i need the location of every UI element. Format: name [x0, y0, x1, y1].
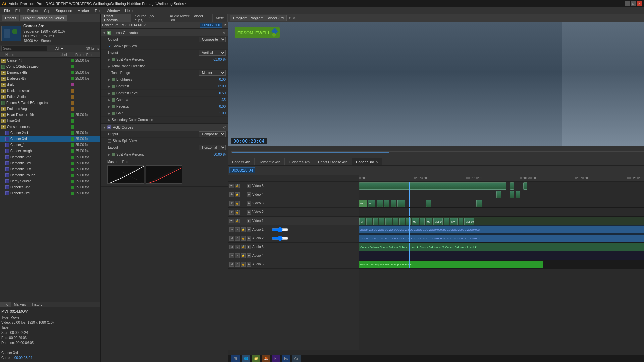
audio1-volume[interactable] — [272, 228, 288, 231]
clip-v3-6[interactable] — [397, 200, 405, 207]
contrast-level-value[interactable]: 0.50 — [212, 91, 226, 95]
clip-v3-2[interactable]: M — [368, 200, 375, 207]
curves-split-checkbox[interactable] — [108, 139, 111, 143]
list-item[interactable]: Diabetes 3rd 25.00 fps — [0, 190, 100, 196]
clip-v4-2[interactable] — [510, 191, 514, 198]
list-item[interactable]: Cancer_1st 25.00 fps — [0, 142, 100, 148]
clip-v1-4[interactable] — [379, 218, 384, 225]
clip-v5-1[interactable] — [359, 182, 506, 190]
track-lock-icon[interactable]: 🔒 — [241, 262, 246, 267]
tab-close-icon[interactable]: ✕ — [375, 160, 378, 164]
track-expand-icon[interactable]: ▶ — [247, 227, 251, 232]
list-item-derby-square[interactable]: Derby Square 25.00 fps — [0, 178, 100, 184]
track-lock-icon[interactable]: 🔒 — [241, 227, 246, 232]
mete-tab[interactable]: Mete — [213, 14, 228, 22]
menu-file[interactable]: File — [1, 8, 13, 13]
track-eye-icon[interactable]: 👁 — [229, 192, 234, 197]
timeline-scrubber[interactable] — [231, 151, 644, 153]
show-split-checkbox[interactable]: ✓ — [108, 45, 111, 48]
list-item[interactable]: ▶ lower3rd — [0, 118, 100, 124]
clip-v1-11[interactable]: MVI — [426, 218, 432, 225]
clip-v1-8[interactable] — [406, 218, 411, 225]
track-expand-icon[interactable]: ▶ — [247, 210, 251, 215]
track-solo-icon[interactable]: S — [235, 245, 240, 249]
menu-sequence[interactable]: Sequence — [53, 8, 75, 13]
track-expand-icon[interactable]: ▶ — [247, 253, 251, 258]
list-item[interactable]: ▶ Drink and smoke — [0, 88, 100, 94]
clip-v1-7[interactable] — [399, 218, 405, 225]
markers-tab[interactable]: Markers — [11, 302, 29, 307]
clip-v1-13[interactable] — [444, 218, 449, 225]
clip-v4-3[interactable] — [516, 191, 520, 198]
track-expand-icon[interactable]: ▶ — [247, 236, 251, 241]
list-item[interactable]: Epsom & Ewell BC Logo tra — [0, 100, 100, 106]
timeline-tab-cancer3rd[interactable]: Cancer 3rd ✕ — [352, 158, 382, 165]
list-item-heart-disease[interactable]: ▶ Heart Disease 4th 25.00 fps — [0, 112, 100, 118]
minimize-button[interactable]: ─ — [625, 1, 630, 6]
photoshop-icon[interactable]: Ps — [282, 355, 290, 362]
track-lock-icon[interactable]: 🔒 — [235, 210, 240, 215]
maximize-button[interactable]: □ — [631, 1, 636, 6]
list-item[interactable]: Cancer 2nd 25.00 fps — [0, 130, 100, 136]
track-lock-icon[interactable]: 🔒 — [235, 201, 240, 206]
tonal-range-select[interactable]: Master — [199, 70, 226, 76]
gamma-value[interactable]: 1.35 — [212, 98, 226, 102]
menu-title[interactable]: Title — [92, 8, 104, 13]
menu-edit[interactable]: Edit — [13, 8, 24, 13]
curves-output-select[interactable]: Composite — [199, 131, 226, 137]
luma-corrector-header[interactable]: ▼ fx Luma Corrector ↺ — [101, 29, 228, 36]
list-item-old-sequences[interactable]: ▼ Old sequences — [0, 124, 100, 130]
list-item[interactable]: Dementia 3rd 25.00 fps — [0, 160, 100, 166]
clip-v1-3[interactable] — [373, 218, 378, 225]
track-lock-icon[interactable]: 🔒 — [241, 253, 246, 258]
track-mute-icon[interactable]: M — [229, 236, 234, 241]
layout-select[interactable]: Vertical — [199, 50, 226, 56]
track-expand-icon[interactable]: ▶ — [247, 219, 251, 223]
search-in-select[interactable]: All — [54, 46, 65, 51]
track-mute-icon[interactable]: M — [229, 253, 234, 258]
curves-split-percent-value[interactable]: 50.00 % — [212, 153, 226, 156]
close-button[interactable]: ✕ — [637, 1, 642, 6]
audio1-clips[interactable]: ZOOM Z Z ZO ZOO ZO ZO ZOOM Z Z ZOO Z ZOO… — [359, 226, 644, 233]
clip-v1-1[interactable]: M — [359, 218, 365, 225]
firefox-icon[interactable]: 🦊 — [262, 355, 270, 362]
audio5-clip[interactable]: 034495138-inspirational-bright-positive-… — [359, 261, 543, 268]
list-item[interactable]: ▶ Cancer 4th 25.00 fps — [0, 58, 100, 64]
effect-controls-tab[interactable]: Effect Controls — [101, 14, 131, 22]
red-channel-tab[interactable]: Red — [122, 160, 128, 164]
audio-mixer-tab[interactable]: Audio Mixer: Cancer 3rd — [166, 14, 212, 22]
timeline-tab-cancer4th[interactable]: Cancer 4th — [228, 158, 255, 165]
gain-value[interactable]: 1.00 — [212, 111, 226, 115]
track-mute-icon[interactable]: M — [229, 227, 234, 232]
list-item-cancer-3rd[interactable]: Cancer 3rd 25.00 fps — [0, 136, 100, 142]
clip-v1-5[interactable] — [385, 218, 392, 225]
start-button[interactable]: ⊞ — [231, 355, 240, 362]
audio2-clips[interactable]: ZOOM Z Z ZO ZOO ZO ZO ZOOM Z Z ZOO Z ZOO… — [359, 235, 644, 242]
track-mute-icon[interactable]: M — [229, 245, 234, 249]
list-item[interactable]: Dementia_rough 25.00 fps — [0, 172, 100, 178]
menu-window[interactable]: Window — [104, 8, 122, 13]
track-lock-icon[interactable]: 🔒 — [241, 236, 246, 241]
ae-icon[interactable]: Ae — [292, 355, 301, 362]
project-tab[interactable]: Project: Wellbeing Series — [20, 15, 67, 21]
list-item[interactable]: Diabetes 2nd 25.00 fps — [0, 184, 100, 190]
clip-v1-10[interactable] — [420, 218, 425, 225]
clip-v3-7[interactable] — [426, 200, 431, 207]
track-expand-icon[interactable]: ▶ — [247, 262, 251, 267]
clip-v3-4[interactable] — [384, 200, 389, 207]
clip-v4-1[interactable] — [496, 191, 501, 198]
pedestal-value[interactable]: 0.00 — [212, 105, 226, 108]
track-lock-icon[interactable]: 🔒 — [235, 192, 240, 197]
track-expand-icon[interactable]: ▶ — [247, 201, 251, 206]
contrast-value[interactable]: 12.00 — [212, 84, 226, 88]
track-lock-icon[interactable]: 🔒 — [235, 219, 240, 223]
program-close-icon[interactable]: ✕ — [293, 16, 296, 20]
menu-help[interactable]: Help — [122, 8, 136, 13]
audio2-volume[interactable] — [272, 237, 288, 240]
track-eye-icon[interactable]: 👁 — [229, 184, 234, 188]
track-solo-icon[interactable]: S — [235, 236, 240, 241]
menu-marker[interactable]: Marker — [75, 8, 92, 13]
clip-v3-3[interactable] — [377, 200, 383, 207]
curves-reset-icon[interactable]: ↺ — [223, 126, 226, 129]
list-item[interactable]: ▶ Dementia 4th 25.00 fps — [0, 70, 100, 76]
